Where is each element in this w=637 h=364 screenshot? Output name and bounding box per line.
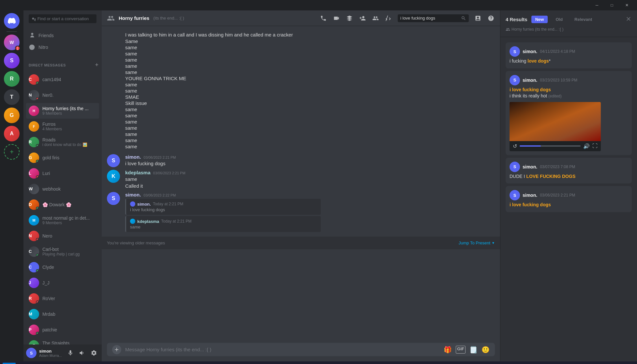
help-icon[interactable] — [487, 14, 495, 22]
volume-icon[interactable]: 🔊 — [583, 143, 590, 149]
filter-new-button[interactable]: New — [531, 16, 548, 23]
taskbar-app-4[interactable]: 🌐 — [129, 362, 142, 364]
dm-item-furros[interactable]: F Furros 4 Members — [26, 119, 99, 134]
search-result-text-3: DUDE I LOVE FUCKING DOGS — [510, 173, 628, 180]
dm-item-mrdab[interactable]: M Mrdab — [26, 306, 99, 322]
message-continued-same10: same — [102, 112, 500, 119]
dm-item-nero[interactable]: N Nero — [26, 228, 99, 244]
messages-container: I was talking to him in a call and I was… — [102, 26, 500, 338]
dm-item-ner0[interactable]: N Ner0. — [26, 87, 99, 103]
message-avatar-kdeplasma: K — [107, 170, 120, 183]
taskbar-app-roblox[interactable]: 🎮 — [172, 362, 185, 364]
nav-item-nitro[interactable]: Nitro — [26, 41, 99, 53]
call-icon[interactable] — [319, 14, 327, 22]
dm-item-horny-furries[interactable]: H Horny furries (its the ... 9 Members — [26, 103, 99, 119]
quoted-message-1: simon. Today at 2:21 PM i love fucking d… — [125, 199, 321, 215]
taskbar-app-3[interactable]: 📁 — [115, 362, 128, 364]
nitro-boost-icon[interactable] — [346, 14, 353, 22]
quoted-timestamp-2: Today at 2:21 PM — [161, 219, 191, 224]
video-controls[interactable]: ↺ 🔊 ⛶ — [510, 141, 601, 151]
server-icon-4[interactable]: T — [4, 89, 20, 105]
search-bar[interactable] — [29, 14, 96, 23]
inbox-icon[interactable] — [474, 14, 482, 22]
settings-button[interactable] — [89, 348, 99, 358]
dm-item-patchie[interactable]: P patchie — [26, 322, 99, 338]
sticker-icon[interactable]: 🗒️ — [469, 346, 478, 354]
filter-relevant-button[interactable]: Relevant — [570, 16, 596, 23]
close-button[interactable]: ✕ — [619, 0, 634, 10]
quoted-author-row-2: kdeplasma Today at 2:21 PM — [130, 219, 317, 224]
message-input[interactable] — [125, 343, 440, 356]
message-header: simon. 03/06/2023 2:21 PM — [125, 154, 495, 160]
dm-item-most-normal[interactable]: M most normal gc in det... 9 Members — [26, 212, 99, 228]
taskbar-app-2[interactable]: 🔍 — [100, 362, 113, 364]
message-timestamp-simon-2: 03/06/2023 2:22 PM — [143, 193, 176, 197]
search-header[interactable] — [398, 14, 469, 22]
message-header-simon-2: simon. 03/06/2023 2:22 PM — [125, 192, 495, 197]
dm-item-rover[interactable]: R RoVer — [26, 291, 99, 306]
taskbar-app-1[interactable]: 🗂️ — [86, 362, 99, 364]
filter-old-button[interactable]: Old — [552, 16, 567, 23]
dm-item-cam1494[interactable]: C cam1494 — [26, 72, 99, 87]
jump-to-present-button[interactable]: Jump To Present ▼ — [459, 240, 495, 245]
fullscreen-icon[interactable]: ⛶ — [592, 143, 598, 149]
server-icon-6[interactable]: A — [4, 126, 20, 141]
message-header-kdeplasma: kdeplasma 03/06/2023 2:21 PM — [125, 170, 495, 175]
dm-avatar-roads: R — [29, 137, 39, 147]
dm-item-gold-firis[interactable]: G gold firis — [26, 150, 99, 166]
message-group-simon-2: S simon. 03/06/2023 2:22 PM simon. — [102, 191, 500, 234]
chat-area: Horny furries (its the end... :{ ) — [102, 10, 500, 361]
add-attachment-button[interactable]: + — [112, 345, 121, 354]
message-timestamp-kdeplasma: 03/06/2023 2:21 PM — [153, 171, 185, 175]
gif-icon[interactable]: GIF — [456, 346, 466, 354]
server-icon-2[interactable]: S — [4, 53, 20, 68]
taskbar-app-folder[interactable]: 📂 — [186, 362, 200, 364]
dm-name: most normal gc in det... — [42, 215, 96, 221]
maximize-button[interactable]: □ — [604, 0, 619, 10]
server-icon-7[interactable]: + — [4, 144, 20, 160]
dm-avatar-furros: F — [29, 121, 39, 132]
dm-item-carl-bot[interactable]: C Carl-bot Playing /help | carl.gg — [26, 244, 99, 259]
jump-present-label: Jump To Present — [459, 240, 490, 245]
dm-name: RoVer — [42, 296, 96, 301]
dm-item-clyde[interactable]: C Clyde — [26, 259, 99, 275]
dm-item-j-j[interactable]: J J_J — [26, 275, 99, 291]
emoji-icon[interactable]: 🙂 — [481, 346, 490, 354]
start-button[interactable] — [3, 363, 16, 364]
search-input[interactable] — [37, 16, 94, 21]
dm-name: Roads — [42, 137, 96, 142]
slash-icon[interactable] — [385, 14, 393, 22]
dm-item-roads[interactable]: R Roads i dont know what to do 🖼️ — [26, 134, 99, 150]
deafen-button[interactable] — [77, 348, 87, 358]
taskbar-app-discord[interactable] — [143, 362, 156, 364]
dm-item-dowark[interactable]: D 🌸 Dowark 🌸 — [26, 197, 99, 212]
add-dm-button[interactable]: + — [94, 61, 99, 69]
taskbar-app-firefox[interactable]: 🦊 — [158, 362, 171, 364]
search-result-text-1: i fucking love dogs* — [510, 58, 628, 65]
members-icon[interactable] — [372, 14, 379, 22]
dm-item-webhook[interactable]: W webhook — [26, 181, 99, 197]
dm-item-luri[interactable]: L Luri — [26, 166, 99, 181]
server-divider — [7, 31, 17, 32]
status-dot — [36, 238, 39, 241]
dm-item-the-straights[interactable]: T The Straights 4 Members — [26, 338, 99, 344]
add-member-icon[interactable] — [359, 14, 366, 22]
dm-name: Horny furries (its the ... — [42, 106, 96, 111]
search-icon — [461, 16, 466, 21]
nav-item-friends[interactable]: Friends — [26, 30, 99, 41]
minimize-button[interactable]: ─ — [589, 0, 604, 10]
server-icon-1[interactable]: W 1 — [4, 35, 20, 50]
replay-icon[interactable]: ↺ — [513, 143, 517, 149]
close-search-button[interactable] — [625, 16, 632, 23]
progress-bar[interactable] — [520, 145, 581, 147]
video-icon[interactable] — [333, 14, 340, 22]
status-dot — [36, 144, 39, 147]
server-icon-5[interactable]: G — [4, 108, 20, 123]
mute-button[interactable] — [65, 348, 76, 358]
discord-home-button[interactable] — [4, 13, 20, 29]
group-icon — [107, 14, 115, 22]
server-icon-3[interactable]: R — [4, 71, 20, 87]
message-search-input[interactable] — [400, 16, 459, 21]
dm-info: Roads i dont know what to do 🖼️ — [42, 137, 96, 147]
gift-icon[interactable]: 🎁 — [444, 346, 452, 354]
